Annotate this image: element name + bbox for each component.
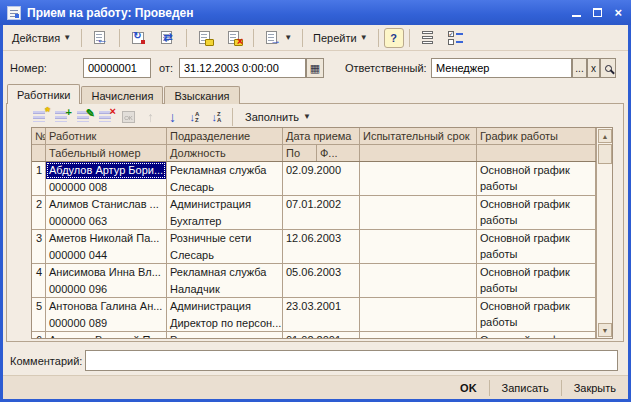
arrow-down-icon: ↓ bbox=[169, 109, 176, 125]
toolbar-separator bbox=[81, 29, 82, 47]
chevron-down-icon: ▼ bbox=[63, 33, 71, 42]
toolbar-separator bbox=[119, 29, 120, 47]
reread-button[interactable]: ← bbox=[87, 27, 114, 49]
choose-button[interactable]: ... bbox=[572, 58, 587, 78]
help-button[interactable]: ? bbox=[384, 28, 404, 48]
toolbar-separator bbox=[186, 29, 187, 47]
table-row[interactable]: 2 Алимов Станислав ...000000 063 Админис… bbox=[32, 196, 612, 230]
open-button[interactable] bbox=[600, 58, 616, 78]
delete-icon: × bbox=[110, 106, 116, 117]
calendar-icon: ▦ bbox=[310, 62, 320, 75]
scroll-down-button[interactable]: ▼ bbox=[598, 323, 612, 337]
toolbar-separator bbox=[302, 29, 303, 47]
comment-input[interactable] bbox=[85, 350, 618, 371]
col-header-num: № bbox=[32, 128, 46, 144]
table-row[interactable]: 3 Аметов Николай Па...000000 044 Розничн… bbox=[32, 230, 612, 264]
col-subheader-tabnumber: Табельный номер bbox=[46, 145, 167, 161]
table-body: 1 Абдулов Артур Бори...000000 008 Реклам… bbox=[32, 162, 612, 339]
pencil-icon: ✎ bbox=[86, 108, 95, 119]
clear-button[interactable]: x bbox=[587, 58, 600, 78]
number-label: Номер: bbox=[10, 62, 47, 74]
unpost-document-button[interactable]: × bbox=[221, 27, 248, 49]
app-window: Прием на работу: Проведен × Действия ▼ ←… bbox=[0, 0, 631, 402]
copy-movements-icon: ⇄ bbox=[159, 30, 176, 46]
col-header-probation: Испытательный срок bbox=[360, 128, 477, 144]
plus-icon: + bbox=[66, 107, 72, 118]
refresh-button[interactable]: ↻ bbox=[125, 27, 152, 49]
arrow-up-icon: ↑ bbox=[147, 109, 154, 125]
list-settings-icon: ✓ bbox=[448, 31, 464, 45]
actions-button[interactable]: Действия ▼ bbox=[7, 27, 76, 49]
copy-row-button[interactable]: + bbox=[53, 107, 72, 126]
responsible-label: Ответственный: bbox=[345, 62, 427, 74]
move-up-button: ↑ bbox=[141, 107, 160, 126]
chevron-up-icon: ▲ bbox=[602, 133, 609, 140]
main-toolbar: Действия ▼ ← ↻ ⇄ × → ▼ bbox=[3, 25, 628, 51]
post-document-button[interactable] bbox=[192, 27, 219, 49]
copy-movements-button[interactable]: ⇄ bbox=[154, 27, 181, 49]
edit-row-button[interactable]: ✎ bbox=[75, 107, 94, 126]
tab-strip: Работники Начисления Взыскания bbox=[7, 84, 241, 104]
table-row[interactable]: 1 Абдулов Артур Бори...000000 008 Реклам… bbox=[32, 162, 612, 196]
delete-row-button[interactable]: × bbox=[97, 107, 116, 126]
sort-asc-button[interactable]: ↓AZ bbox=[185, 107, 204, 126]
list-settings-button[interactable]: ✓ bbox=[443, 27, 469, 49]
toolbar-separator bbox=[253, 29, 254, 47]
comment-label: Комментарий: bbox=[10, 355, 82, 367]
ok-button[interactable]: OK bbox=[448, 376, 489, 399]
table-header: № Работник Подразделение Дата приема Исп… bbox=[32, 128, 612, 162]
structure-icon bbox=[420, 31, 436, 45]
table-row[interactable]: 4 Анисимова Инна Вл...000000 096 Рекламн… bbox=[32, 264, 612, 298]
print-button[interactable]: → ▼ bbox=[259, 27, 297, 49]
goto-button[interactable]: Перейти ▼ bbox=[308, 27, 373, 49]
tab-workers[interactable]: Работники bbox=[7, 84, 80, 104]
col-subheader-empty bbox=[477, 145, 596, 161]
close-form-button[interactable]: Закрыть bbox=[562, 376, 628, 399]
fill-button[interactable]: Заполнить ▼ bbox=[239, 107, 317, 127]
add-row-button[interactable]: * bbox=[31, 107, 50, 126]
document-icon bbox=[7, 6, 21, 20]
move-down-button[interactable]: ↓ bbox=[163, 107, 182, 126]
refresh-icon: ↻ bbox=[130, 30, 147, 46]
grid-toolbar: * + ✎ × OK ↑ ↓ ↓AZ ↓ZA Заполнить ▼ bbox=[31, 106, 317, 127]
col-subheader-f: Ф... bbox=[317, 145, 360, 161]
scroll-up-button[interactable]: ▲ bbox=[598, 129, 612, 143]
unpost-document-icon: × bbox=[226, 30, 243, 46]
col-subheader-position: Должность bbox=[167, 145, 283, 161]
client-area: Действия ▼ ← ↻ ⇄ × → ▼ bbox=[3, 25, 628, 399]
date-input[interactable] bbox=[179, 58, 306, 78]
vertical-scrollbar[interactable]: ▲ ▼ bbox=[596, 128, 612, 338]
add-icon: * bbox=[45, 105, 50, 118]
chevron-down-icon: ▼ bbox=[360, 33, 368, 42]
ok-icon: OK bbox=[122, 111, 135, 123]
table-row[interactable]: 5 Антонова Галина Ан...000000 089 Админи… bbox=[32, 298, 612, 332]
maximize-button[interactable] bbox=[593, 6, 602, 20]
sort-desc-button[interactable]: ↓ZA bbox=[207, 107, 226, 126]
chevron-down-icon: ▼ bbox=[284, 33, 292, 42]
save-button[interactable]: Записать bbox=[490, 376, 561, 399]
structure-button[interactable] bbox=[415, 27, 441, 49]
workers-tab-page: * + ✎ × OK ↑ ↓ ↓AZ ↓ZA Заполнить ▼ bbox=[6, 103, 624, 342]
fill-label: Заполнить bbox=[245, 111, 299, 123]
workers-table: № Работник Подразделение Дата приема Исп… bbox=[31, 127, 613, 339]
minimize-button[interactable] bbox=[572, 6, 581, 20]
calendar-button[interactable]: ▦ bbox=[306, 58, 324, 78]
tab-accruals[interactable]: Начисления bbox=[81, 86, 163, 104]
goto-label: Перейти bbox=[313, 32, 357, 44]
finish-edit-button: OK bbox=[119, 107, 138, 126]
responsible-input[interactable] bbox=[431, 58, 572, 78]
toolbar-separator bbox=[232, 108, 233, 126]
chevron-down-icon: ▼ bbox=[602, 327, 609, 334]
col-header-department: Подразделение bbox=[167, 128, 283, 144]
reread-icon: ← bbox=[92, 30, 109, 46]
col-header-date: Дата приема bbox=[283, 128, 360, 144]
number-input[interactable] bbox=[83, 58, 151, 78]
close-button[interactable]: × bbox=[614, 6, 622, 20]
scrollbar-thumb[interactable] bbox=[598, 144, 612, 164]
actions-label: Действия bbox=[12, 32, 60, 44]
tab-deductions[interactable]: Взыскания bbox=[164, 86, 239, 104]
print-icon: → bbox=[264, 30, 281, 46]
table-row[interactable]: 6 Ахметов Валерий По... Розничные сети 0… bbox=[32, 332, 612, 339]
title-bar[interactable]: Прием на работу: Проведен × bbox=[0, 0, 631, 25]
col-subheader-po: По bbox=[283, 145, 317, 161]
